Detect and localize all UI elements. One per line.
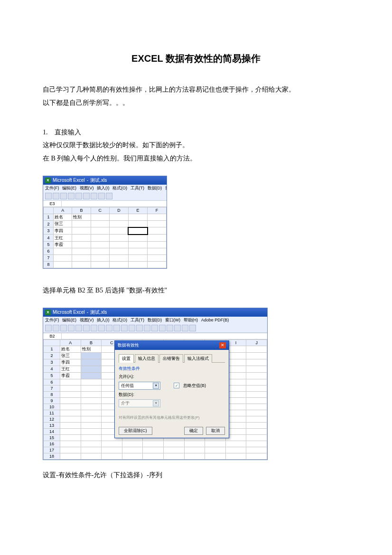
cell[interactable] (102, 441, 122, 447)
cell[interactable] (143, 447, 164, 453)
menu-tools[interactable]: 工具(T) (131, 318, 145, 322)
row-header[interactable]: 2 (44, 352, 60, 359)
toolbar-button[interactable] (68, 193, 75, 199)
cell[interactable] (109, 227, 128, 235)
toolbar-button[interactable] (106, 325, 112, 331)
toolbar-button[interactable] (45, 193, 52, 199)
cell[interactable] (143, 453, 164, 459)
row-header[interactable]: 3 (44, 227, 54, 235)
cell[interactable]: 张三 (54, 220, 72, 227)
row-header[interactable]: 9 (44, 397, 60, 404)
cancel-button[interactable]: 取消 (206, 427, 225, 435)
menu-data[interactable]: 数据(D) (148, 318, 162, 322)
cell[interactable] (54, 248, 72, 254)
row-header[interactable]: 1 (44, 346, 60, 352)
cell[interactable] (81, 416, 102, 422)
cell[interactable] (60, 379, 81, 385)
cell[interactable] (128, 261, 147, 268)
row-header[interactable]: 5 (44, 372, 60, 379)
active-cell[interactable] (128, 227, 147, 235)
cell[interactable] (128, 248, 147, 254)
cell[interactable] (143, 441, 164, 447)
cell[interactable] (72, 241, 91, 248)
toolbar-button[interactable] (83, 193, 90, 199)
toolbar-button[interactable] (91, 325, 97, 331)
cell[interactable] (148, 235, 167, 242)
menu-tools[interactable]: 工具(T) (131, 186, 145, 190)
row-header[interactable]: 11 (44, 410, 60, 416)
toolbar-button[interactable] (159, 325, 166, 331)
cell[interactable] (54, 254, 72, 261)
toolbar-button[interactable] (174, 325, 181, 331)
cell[interactable] (91, 241, 109, 248)
cell[interactable]: 李四 (54, 227, 72, 235)
tab-settings[interactable]: 设置 (119, 354, 134, 363)
toolbar-button[interactable] (83, 325, 90, 331)
menu-edit[interactable]: 编辑(E) (62, 186, 76, 190)
cell[interactable] (148, 241, 167, 248)
cell[interactable] (81, 352, 102, 359)
cell[interactable] (60, 410, 81, 416)
col-header[interactable]: B (72, 207, 91, 214)
cell[interactable] (205, 453, 226, 459)
cell[interactable] (148, 214, 167, 220)
cell[interactable] (225, 441, 246, 447)
cell[interactable] (60, 441, 81, 447)
cell[interactable] (246, 391, 267, 397)
cell[interactable] (81, 428, 102, 434)
cell[interactable] (246, 366, 267, 372)
row-header[interactable]: 14 (44, 428, 60, 434)
cell[interactable] (246, 397, 267, 404)
cell[interactable]: 性别 (72, 214, 91, 220)
cell[interactable] (163, 441, 184, 447)
select-all-corner[interactable] (44, 339, 60, 346)
cell[interactable] (54, 261, 72, 268)
menu-window[interactable]: 窗口(W) (165, 318, 181, 322)
col-header[interactable]: F (148, 207, 167, 214)
cell[interactable] (109, 261, 128, 268)
row-header[interactable]: 17 (44, 447, 60, 453)
menu-file[interactable]: 文件(F) (45, 318, 59, 322)
cell[interactable] (72, 261, 91, 268)
cell[interactable] (81, 359, 102, 366)
col-header[interactable]: A (60, 339, 81, 346)
cell[interactable] (128, 241, 147, 248)
cell[interactable] (205, 441, 226, 447)
cell[interactable] (81, 379, 102, 385)
cell[interactable] (246, 352, 267, 359)
cell[interactable] (148, 261, 167, 268)
row-header[interactable]: 8 (44, 261, 54, 268)
cell[interactable] (246, 410, 267, 416)
cell[interactable] (246, 416, 267, 422)
cell[interactable] (246, 428, 267, 434)
cell[interactable] (91, 254, 109, 261)
tab-ime-mode[interactable]: 输入法模式 (184, 354, 212, 363)
toolbar-button[interactable] (106, 193, 112, 199)
tab-input-message[interactable]: 输入信息 (135, 354, 159, 363)
cell[interactable] (184, 453, 205, 459)
cell[interactable]: 王红 (54, 235, 72, 242)
cell[interactable] (225, 447, 246, 453)
cell[interactable] (246, 346, 267, 352)
cell[interactable] (109, 248, 128, 254)
dialog-title-bar[interactable]: 数据有效性 ✕ (115, 341, 229, 350)
cell[interactable] (128, 214, 147, 220)
cell[interactable] (81, 366, 102, 372)
row-header[interactable]: 7 (44, 254, 54, 261)
cell[interactable] (81, 372, 102, 379)
cell[interactable]: 性别 (81, 346, 102, 352)
formula-bar[interactable] (62, 201, 167, 207)
cell[interactable] (91, 220, 109, 227)
row-header[interactable]: 4 (44, 235, 54, 242)
cell[interactable] (81, 397, 102, 404)
cell[interactable] (163, 453, 184, 459)
formula-bar[interactable] (62, 333, 267, 339)
cell[interactable] (81, 453, 102, 459)
toolbar-button[interactable] (182, 325, 188, 331)
cell[interactable] (91, 261, 109, 268)
toolbar-button[interactable] (98, 193, 105, 199)
toolbar-button[interactable] (53, 193, 59, 199)
cell[interactable]: 李四 (60, 359, 81, 366)
menu-adobe-pdf[interactable]: Adobe PDF(B) (201, 318, 229, 322)
row-header[interactable]: 10 (44, 404, 60, 410)
